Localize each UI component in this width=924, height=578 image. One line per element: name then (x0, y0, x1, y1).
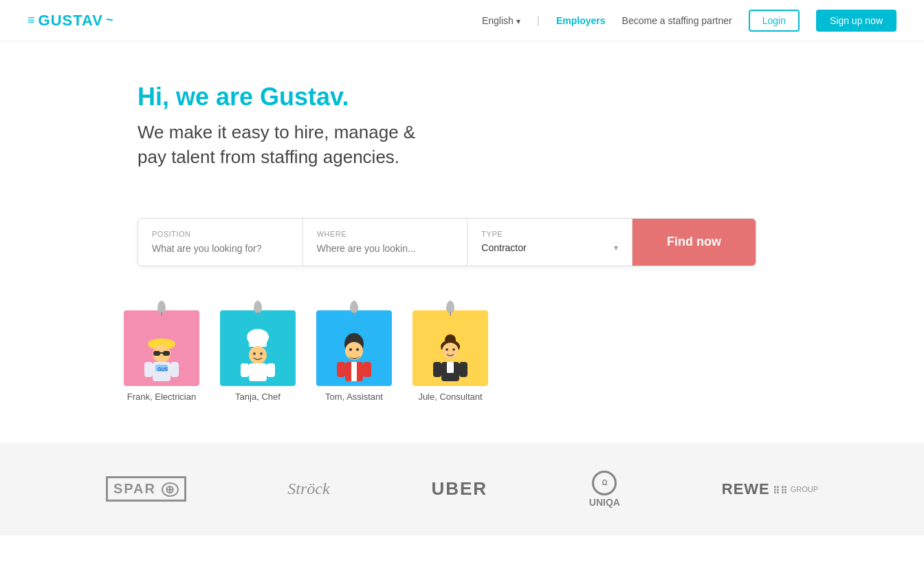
rewe-group-label: GROUP (791, 485, 818, 493)
svg-point-20 (345, 342, 363, 360)
card-pin-frank (157, 301, 166, 313)
card-pin-tanja (254, 301, 262, 313)
svg-rect-33 (447, 362, 454, 373)
navbar: ≡ GUSTAV ~ English | Employers Become a … (0, 0, 924, 41)
where-field: Where (303, 219, 468, 266)
position-field: Position (138, 219, 303, 266)
hero-section: Hi, we are Gustav. We make it easy to hi… (0, 41, 924, 197)
svg-point-13 (249, 346, 267, 364)
svg-rect-35 (459, 362, 468, 377)
svg-rect-12 (249, 341, 267, 347)
svg-point-15 (260, 352, 263, 355)
type-label: Type (481, 230, 618, 238)
logo-left-icon: ≡ (28, 13, 36, 28)
card-image-frank: GUS (124, 310, 199, 386)
where-label: Where (317, 230, 454, 238)
svg-point-30 (446, 348, 448, 351)
worker-label-frank: Frank, Electrician (127, 392, 196, 402)
position-input[interactable] (152, 243, 289, 254)
avatar-electrician-icon: GUS (138, 325, 186, 383)
nav-right: English | Employers Become a staffing pa… (482, 10, 896, 32)
svg-point-14 (253, 352, 256, 355)
language-label: English (482, 15, 514, 26)
hero-subtitle: We make it easy to hire, manage & pay ta… (138, 120, 481, 170)
svg-rect-18 (267, 363, 275, 377)
uniqa-text: UNIQA (589, 497, 620, 508)
svg-rect-25 (337, 362, 345, 377)
worker-label-tanja: Tanja, Chef (235, 392, 280, 402)
worker-card-frank: GUS Frank, Electrician (124, 301, 199, 402)
svg-rect-17 (241, 363, 249, 377)
svg-rect-4 (163, 351, 170, 356)
login-button[interactable]: Login (749, 10, 800, 32)
language-selector[interactable]: English (482, 15, 520, 26)
workers-section: GUS Frank, Electrician (0, 287, 924, 443)
avatar-assistant-icon (330, 325, 378, 383)
logos-section: SPAR ⊕ Ströck UBER Ω UNIQA REWE⠿⠿ GROUP (0, 443, 924, 535)
bottom-section: Everything you need in one place (0, 535, 924, 578)
worker-label-tom: Tom, Assistant (325, 392, 383, 402)
svg-point-31 (452, 348, 455, 351)
card-image-jule (412, 310, 488, 386)
logo-stroeck: Ströck (287, 480, 329, 498)
logo-text: GUSTAV (38, 12, 103, 30)
chevron-down-icon (516, 15, 520, 26)
worker-card-tanja: Tanja, Chef (220, 301, 296, 402)
stroeck-logo-text: Ströck (287, 480, 329, 498)
card-pin-jule (446, 301, 454, 313)
search-bar: Position Where Type Contractor Employee … (138, 218, 756, 266)
logo-rewe: REWE⠿⠿ GROUP (722, 480, 818, 498)
logo-right-icon: ~ (106, 13, 114, 28)
avatar-chef-icon (234, 325, 282, 383)
svg-rect-34 (433, 362, 441, 377)
svg-rect-24 (351, 362, 357, 381)
svg-rect-9 (144, 362, 153, 377)
select-arrow-icon (614, 243, 618, 253)
svg-rect-3 (153, 351, 160, 356)
type-field: Type Contractor Employee Freelancer (468, 219, 632, 266)
svg-text:GUS: GUS (157, 367, 168, 372)
find-now-button[interactable]: Find now (632, 219, 756, 266)
rewe-logo-text: REWE⠿⠿ (722, 480, 788, 498)
svg-rect-10 (170, 362, 179, 377)
hero-title: Hi, we are Gustav. (138, 83, 896, 111)
hero-subtitle-line2: pay talent from staffing agencies. (138, 144, 481, 169)
svg-point-22 (356, 348, 359, 351)
svg-point-29 (442, 343, 459, 359)
logo[interactable]: ≡ GUSTAV ~ (28, 12, 113, 30)
worker-card-jule: Jule, Consultant (412, 301, 488, 402)
nav-separator: | (537, 14, 540, 27)
staffing-partner-link[interactable]: Become a staffing partner (622, 15, 732, 26)
worker-label-jule: Jule, Consultant (418, 392, 482, 402)
uniqa-circle-icon: Ω (592, 471, 617, 495)
logo-uniqa: Ω UNIQA (589, 471, 620, 508)
card-pin-tom (350, 301, 358, 313)
worker-card-tom: Tom, Assistant (316, 301, 392, 402)
uber-logo-text: UBER (431, 478, 487, 500)
svg-rect-16 (249, 363, 267, 381)
employers-link[interactable]: Employers (556, 15, 606, 26)
hero-subtitle-line1: We make it easy to hire, manage & (138, 120, 481, 144)
svg-rect-26 (363, 362, 371, 377)
where-input[interactable] (317, 243, 454, 254)
type-select[interactable]: Contractor Employee Freelancer (481, 242, 614, 253)
logo-spar: SPAR ⊕ (106, 476, 186, 502)
card-image-tom (316, 310, 392, 386)
signup-button[interactable]: Sign up now (816, 10, 896, 32)
position-label: Position (152, 230, 289, 238)
uniqa-logo-content: Ω UNIQA (589, 471, 620, 508)
type-select-wrapper: Contractor Employee Freelancer (481, 242, 618, 253)
avatar-consultant-icon (426, 325, 474, 383)
svg-point-21 (349, 348, 352, 351)
logo-uber: UBER (431, 478, 487, 500)
card-image-tanja (220, 310, 296, 386)
spar-logo-text: SPAR ⊕ (106, 476, 186, 502)
